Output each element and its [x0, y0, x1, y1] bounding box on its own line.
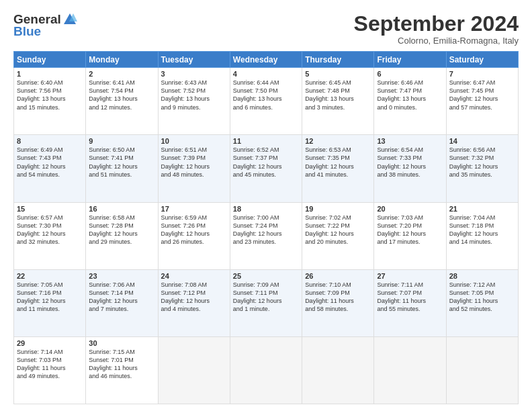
day-number: 2: [89, 70, 154, 78]
day-info: Sunrise: 6:46 AM Sunset: 7:47 PM Dayligh…: [377, 79, 443, 111]
day-number: 25: [233, 272, 299, 280]
calendar-empty: [446, 336, 518, 404]
calendar-day-21: 21Sunrise: 7:04 AM Sunset: 7:18 PM Dayli…: [446, 202, 518, 269]
day-info: Sunrise: 6:57 AM Sunset: 7:30 PM Dayligh…: [17, 214, 83, 246]
day-info: Sunrise: 7:03 AM Sunset: 7:20 PM Dayligh…: [377, 214, 443, 246]
day-number: 1: [17, 70, 83, 78]
day-info: Sunrise: 7:00 AM Sunset: 7:24 PM Dayligh…: [233, 214, 299, 246]
day-header-wednesday: Wednesday: [230, 52, 302, 68]
day-info: Sunrise: 7:04 AM Sunset: 7:18 PM Dayligh…: [449, 214, 515, 246]
month-year: September 2024: [354, 12, 519, 36]
day-number: 27: [377, 272, 443, 280]
calendar-day-4: 4Sunrise: 6:44 AM Sunset: 7:50 PM Daylig…: [230, 68, 302, 135]
day-info: Sunrise: 7:14 AM Sunset: 7:03 PM Dayligh…: [17, 348, 83, 381]
calendar-day-27: 27Sunrise: 7:11 AM Sunset: 7:07 PM Dayli…: [374, 269, 446, 336]
title-block: September 2024 Colorno, Emilia-Romagna, …: [354, 12, 519, 46]
calendar-day-2: 2Sunrise: 6:41 AM Sunset: 7:54 PM Daylig…: [86, 68, 158, 135]
calendar-week-2: 8Sunrise: 6:49 AM Sunset: 7:43 PM Daylig…: [14, 135, 519, 202]
day-number: 13: [377, 137, 443, 145]
calendar-header-row: SundayMondayTuesdayWednesdayThursdayFrid…: [14, 52, 519, 68]
day-header-friday: Friday: [374, 52, 446, 68]
calendar-day-15: 15Sunrise: 6:57 AM Sunset: 7:30 PM Dayli…: [14, 202, 86, 269]
day-number: 26: [305, 272, 371, 280]
day-info: Sunrise: 7:02 AM Sunset: 7:22 PM Dayligh…: [305, 214, 371, 246]
day-info: Sunrise: 6:47 AM Sunset: 7:45 PM Dayligh…: [449, 79, 515, 111]
calendar-week-1: 1Sunrise: 6:40 AM Sunset: 7:56 PM Daylig…: [14, 68, 519, 135]
day-number: 24: [161, 272, 227, 280]
calendar-day-24: 24Sunrise: 7:08 AM Sunset: 7:12 PM Dayli…: [158, 269, 230, 336]
day-info: Sunrise: 6:58 AM Sunset: 7:28 PM Dayligh…: [89, 214, 154, 246]
day-info: Sunrise: 6:54 AM Sunset: 7:33 PM Dayligh…: [377, 146, 443, 179]
calendar-day-25: 25Sunrise: 7:09 AM Sunset: 7:11 PM Dayli…: [230, 269, 302, 336]
calendar-day-19: 19Sunrise: 7:02 AM Sunset: 7:22 PM Dayli…: [302, 202, 374, 269]
calendar-table: SundayMondayTuesdayWednesdayThursdayFrid…: [13, 51, 519, 404]
calendar-day-1: 1Sunrise: 6:40 AM Sunset: 7:56 PM Daylig…: [14, 68, 86, 135]
day-number: 9: [89, 137, 154, 145]
calendar-empty: [230, 336, 302, 404]
calendar-empty: [158, 336, 230, 404]
day-number: 28: [449, 272, 515, 280]
day-header-monday: Monday: [86, 52, 158, 68]
day-number: 16: [89, 205, 154, 213]
calendar-day-18: 18Sunrise: 7:00 AM Sunset: 7:24 PM Dayli…: [230, 202, 302, 269]
day-number: 12: [305, 137, 371, 145]
calendar-day-6: 6Sunrise: 6:46 AM Sunset: 7:47 PM Daylig…: [374, 68, 446, 135]
calendar-day-9: 9Sunrise: 6:50 AM Sunset: 7:41 PM Daylig…: [86, 135, 158, 202]
calendar-day-23: 23Sunrise: 7:06 AM Sunset: 7:14 PM Dayli…: [86, 269, 158, 336]
header: General Blue September 2024 Colorno, Emi…: [13, 12, 519, 46]
day-info: Sunrise: 7:10 AM Sunset: 7:09 PM Dayligh…: [305, 281, 371, 314]
day-number: 10: [161, 137, 227, 145]
calendar-day-22: 22Sunrise: 7:05 AM Sunset: 7:16 PM Dayli…: [14, 269, 86, 336]
calendar-day-29: 29Sunrise: 7:14 AM Sunset: 7:03 PM Dayli…: [14, 336, 86, 404]
calendar-day-17: 17Sunrise: 6:59 AM Sunset: 7:26 PM Dayli…: [158, 202, 230, 269]
day-info: Sunrise: 6:45 AM Sunset: 7:48 PM Dayligh…: [305, 79, 371, 111]
day-info: Sunrise: 7:11 AM Sunset: 7:07 PM Dayligh…: [377, 281, 443, 314]
calendar-week-5: 29Sunrise: 7:14 AM Sunset: 7:03 PM Dayli…: [14, 336, 519, 404]
day-header-saturday: Saturday: [446, 52, 518, 68]
day-info: Sunrise: 6:53 AM Sunset: 7:35 PM Dayligh…: [305, 146, 371, 179]
calendar-day-20: 20Sunrise: 7:03 AM Sunset: 7:20 PM Dayli…: [374, 202, 446, 269]
day-info: Sunrise: 6:56 AM Sunset: 7:32 PM Dayligh…: [449, 146, 515, 179]
day-header-tuesday: Tuesday: [158, 52, 230, 68]
day-number: 19: [305, 205, 371, 213]
day-number: 8: [17, 137, 83, 145]
day-number: 29: [17, 339, 83, 347]
day-header-thursday: Thursday: [302, 52, 374, 68]
calendar-empty: [374, 336, 446, 404]
day-info: Sunrise: 7:09 AM Sunset: 7:11 PM Dayligh…: [233, 281, 299, 314]
calendar-day-13: 13Sunrise: 6:54 AM Sunset: 7:33 PM Dayli…: [374, 135, 446, 202]
logo-blue: Blue: [13, 24, 41, 39]
day-number: 11: [233, 137, 299, 145]
calendar-day-26: 26Sunrise: 7:10 AM Sunset: 7:09 PM Dayli…: [302, 269, 374, 336]
day-info: Sunrise: 6:49 AM Sunset: 7:43 PM Dayligh…: [17, 146, 83, 179]
logo-icon: [62, 12, 77, 27]
day-number: 14: [449, 137, 515, 145]
day-info: Sunrise: 6:51 AM Sunset: 7:39 PM Dayligh…: [161, 146, 227, 179]
day-info: Sunrise: 6:59 AM Sunset: 7:26 PM Dayligh…: [161, 214, 227, 246]
day-number: 3: [161, 70, 227, 78]
day-number: 30: [89, 339, 154, 347]
calendar-week-3: 15Sunrise: 6:57 AM Sunset: 7:30 PM Dayli…: [14, 202, 519, 269]
day-number: 7: [449, 70, 515, 78]
calendar-week-4: 22Sunrise: 7:05 AM Sunset: 7:16 PM Dayli…: [14, 269, 519, 336]
day-info: Sunrise: 6:44 AM Sunset: 7:50 PM Dayligh…: [233, 79, 299, 111]
calendar-day-11: 11Sunrise: 6:52 AM Sunset: 7:37 PM Dayli…: [230, 135, 302, 202]
day-info: Sunrise: 7:06 AM Sunset: 7:14 PM Dayligh…: [89, 281, 154, 314]
calendar-day-8: 8Sunrise: 6:49 AM Sunset: 7:43 PM Daylig…: [14, 135, 86, 202]
day-info: Sunrise: 7:08 AM Sunset: 7:12 PM Dayligh…: [161, 281, 227, 314]
calendar-day-3: 3Sunrise: 6:43 AM Sunset: 7:52 PM Daylig…: [158, 68, 230, 135]
page: General Blue September 2024 Colorno, Emi…: [0, 0, 532, 411]
day-number: 5: [305, 70, 371, 78]
day-number: 18: [233, 205, 299, 213]
day-number: 6: [377, 70, 443, 78]
day-info: Sunrise: 6:43 AM Sunset: 7:52 PM Dayligh…: [161, 79, 227, 111]
day-info: Sunrise: 6:41 AM Sunset: 7:54 PM Dayligh…: [89, 79, 154, 111]
day-number: 15: [17, 205, 83, 213]
calendar-day-30: 30Sunrise: 7:15 AM Sunset: 7:01 PM Dayli…: [86, 336, 158, 404]
calendar-day-28: 28Sunrise: 7:12 AM Sunset: 7:05 PM Dayli…: [446, 269, 518, 336]
day-info: Sunrise: 6:52 AM Sunset: 7:37 PM Dayligh…: [233, 146, 299, 179]
calendar-day-7: 7Sunrise: 6:47 AM Sunset: 7:45 PM Daylig…: [446, 68, 518, 135]
calendar-day-5: 5Sunrise: 6:45 AM Sunset: 7:48 PM Daylig…: [302, 68, 374, 135]
calendar-day-16: 16Sunrise: 6:58 AM Sunset: 7:28 PM Dayli…: [86, 202, 158, 269]
day-number: 17: [161, 205, 227, 213]
